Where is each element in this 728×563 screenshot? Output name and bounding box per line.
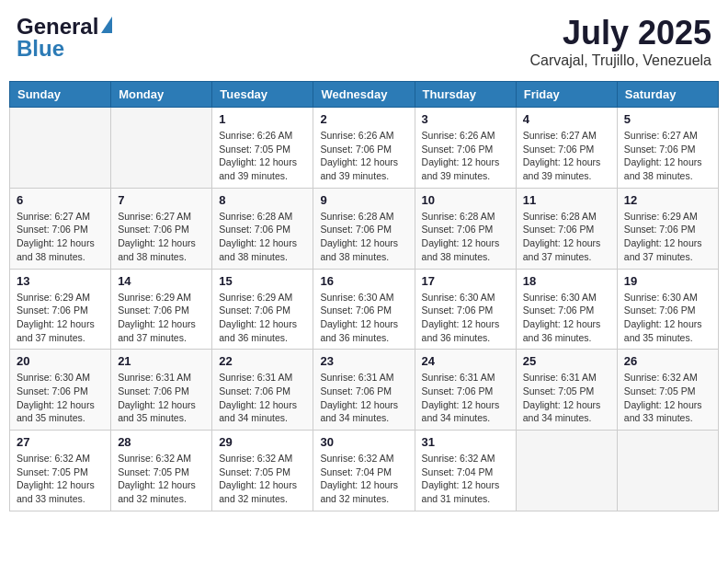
- day-info: Sunrise: 6:27 AMSunset: 7:06 PMDaylight:…: [118, 210, 205, 264]
- title-area: July 2025 Carvajal, Trujillo, Venezuela: [530, 14, 711, 69]
- day-info: Sunrise: 6:27 AMSunset: 7:06 PMDaylight:…: [624, 129, 711, 183]
- calendar-cell: 18Sunrise: 6:30 AMSunset: 7:06 PMDayligh…: [516, 269, 617, 350]
- day-number: 22: [219, 354, 306, 368]
- day-number: 26: [624, 354, 711, 368]
- calendar-cell: 10Sunrise: 6:28 AMSunset: 7:06 PMDayligh…: [415, 188, 516, 269]
- day-number: 18: [523, 274, 610, 288]
- day-info: Sunrise: 6:26 AMSunset: 7:06 PMDaylight:…: [422, 129, 509, 183]
- day-info: Sunrise: 6:30 AMSunset: 7:06 PMDaylight:…: [523, 291, 610, 345]
- day-number: 1: [219, 112, 306, 126]
- day-info: Sunrise: 6:31 AMSunset: 7:06 PMDaylight:…: [422, 371, 509, 425]
- calendar-cell: 12Sunrise: 6:29 AMSunset: 7:06 PMDayligh…: [617, 188, 718, 269]
- calendar-cell: 5Sunrise: 6:27 AMSunset: 7:06 PMDaylight…: [617, 108, 718, 189]
- calendar-cell: 14Sunrise: 6:29 AMSunset: 7:06 PMDayligh…: [111, 269, 212, 350]
- day-info: Sunrise: 6:31 AMSunset: 7:06 PMDaylight:…: [219, 371, 306, 425]
- calendar-subtitle: Carvajal, Trujillo, Venezuela: [530, 52, 711, 69]
- day-number: 24: [422, 354, 509, 368]
- day-number: 29: [219, 435, 306, 449]
- day-number: 31: [422, 435, 509, 449]
- day-info: Sunrise: 6:27 AMSunset: 7:06 PMDaylight:…: [17, 210, 104, 264]
- day-info: Sunrise: 6:32 AMSunset: 7:04 PMDaylight:…: [422, 452, 509, 506]
- day-number: 21: [118, 354, 205, 368]
- day-number: 13: [17, 274, 104, 288]
- day-info: Sunrise: 6:29 AMSunset: 7:06 PMDaylight:…: [17, 291, 104, 345]
- calendar-cell: [516, 431, 617, 511]
- day-info: Sunrise: 6:28 AMSunset: 7:06 PMDaylight:…: [523, 210, 610, 264]
- day-info: Sunrise: 6:28 AMSunset: 7:06 PMDaylight:…: [219, 210, 306, 264]
- weekday-header-saturday: Saturday: [617, 82, 718, 108]
- day-info: Sunrise: 6:29 AMSunset: 7:06 PMDaylight:…: [624, 210, 711, 264]
- day-info: Sunrise: 6:31 AMSunset: 7:06 PMDaylight:…: [320, 371, 407, 425]
- calendar-cell: 29Sunrise: 6:32 AMSunset: 7:05 PMDayligh…: [212, 431, 313, 511]
- day-number: 4: [523, 112, 610, 126]
- day-number: 20: [17, 354, 104, 368]
- day-number: 17: [422, 274, 509, 288]
- day-info: Sunrise: 6:27 AMSunset: 7:06 PMDaylight:…: [523, 129, 610, 183]
- day-number: 7: [118, 193, 205, 207]
- calendar-cell: 4Sunrise: 6:27 AMSunset: 7:06 PMDaylight…: [516, 108, 617, 189]
- logo-blue: Blue: [17, 36, 64, 62]
- day-info: Sunrise: 6:26 AMSunset: 7:06 PMDaylight:…: [320, 129, 407, 183]
- logo-triangle-icon: [101, 17, 112, 33]
- calendar-cell: 22Sunrise: 6:31 AMSunset: 7:06 PMDayligh…: [212, 350, 313, 431]
- week-row-4: 20Sunrise: 6:30 AMSunset: 7:06 PMDayligh…: [10, 350, 719, 431]
- calendar-cell: 23Sunrise: 6:31 AMSunset: 7:06 PMDayligh…: [313, 350, 415, 431]
- calendar-cell: 2Sunrise: 6:26 AMSunset: 7:06 PMDaylight…: [313, 108, 415, 189]
- calendar-cell: 6Sunrise: 6:27 AMSunset: 7:06 PMDaylight…: [10, 188, 111, 269]
- calendar-cell: 13Sunrise: 6:29 AMSunset: 7:06 PMDayligh…: [10, 269, 111, 350]
- day-number: 30: [320, 435, 407, 449]
- day-info: Sunrise: 6:30 AMSunset: 7:06 PMDaylight:…: [17, 371, 104, 425]
- calendar-cell: 8Sunrise: 6:28 AMSunset: 7:06 PMDaylight…: [212, 188, 313, 269]
- calendar-cell: 30Sunrise: 6:32 AMSunset: 7:04 PMDayligh…: [313, 431, 415, 511]
- day-number: 16: [320, 274, 407, 288]
- calendar-cell: 16Sunrise: 6:30 AMSunset: 7:06 PMDayligh…: [313, 269, 415, 350]
- calendar-cell: 3Sunrise: 6:26 AMSunset: 7:06 PMDaylight…: [415, 108, 516, 189]
- day-number: 25: [523, 354, 610, 368]
- calendar-cell: 7Sunrise: 6:27 AMSunset: 7:06 PMDaylight…: [111, 188, 212, 269]
- day-info: Sunrise: 6:28 AMSunset: 7:06 PMDaylight:…: [422, 210, 509, 264]
- calendar-cell: 9Sunrise: 6:28 AMSunset: 7:06 PMDaylight…: [313, 188, 415, 269]
- day-info: Sunrise: 6:26 AMSunset: 7:05 PMDaylight:…: [219, 129, 306, 183]
- calendar-cell: [617, 431, 718, 511]
- day-number: 2: [320, 112, 407, 126]
- day-info: Sunrise: 6:30 AMSunset: 7:06 PMDaylight:…: [422, 291, 509, 345]
- calendar-cell: 15Sunrise: 6:29 AMSunset: 7:06 PMDayligh…: [212, 269, 313, 350]
- day-info: Sunrise: 6:30 AMSunset: 7:06 PMDaylight:…: [320, 291, 407, 345]
- day-number: 11: [523, 193, 610, 207]
- calendar-cell: 27Sunrise: 6:32 AMSunset: 7:05 PMDayligh…: [10, 431, 111, 511]
- calendar-cell: [10, 108, 111, 189]
- calendar-cell: 11Sunrise: 6:28 AMSunset: 7:06 PMDayligh…: [516, 188, 617, 269]
- header: General Blue July 2025 Carvajal, Trujill…: [9, 9, 719, 74]
- day-number: 15: [219, 274, 306, 288]
- logo: General Blue: [17, 14, 112, 62]
- calendar-cell: 20Sunrise: 6:30 AMSunset: 7:06 PMDayligh…: [10, 350, 111, 431]
- day-info: Sunrise: 6:30 AMSunset: 7:06 PMDaylight:…: [624, 291, 711, 345]
- day-info: Sunrise: 6:31 AMSunset: 7:05 PMDaylight:…: [523, 371, 610, 425]
- day-info: Sunrise: 6:32 AMSunset: 7:05 PMDaylight:…: [17, 452, 104, 506]
- calendar-cell: 28Sunrise: 6:32 AMSunset: 7:05 PMDayligh…: [111, 431, 212, 511]
- calendar-cell: [111, 108, 212, 189]
- week-row-2: 6Sunrise: 6:27 AMSunset: 7:06 PMDaylight…: [10, 188, 719, 269]
- calendar-cell: 31Sunrise: 6:32 AMSunset: 7:04 PMDayligh…: [415, 431, 516, 511]
- weekday-header-sunday: Sunday: [10, 82, 111, 108]
- day-number: 3: [422, 112, 509, 126]
- day-number: 14: [118, 274, 205, 288]
- calendar-table: SundayMondayTuesdayWednesdayThursdayFrid…: [9, 81, 719, 511]
- day-number: 19: [624, 274, 711, 288]
- day-number: 27: [17, 435, 104, 449]
- day-number: 28: [118, 435, 205, 449]
- calendar-cell: 17Sunrise: 6:30 AMSunset: 7:06 PMDayligh…: [415, 269, 516, 350]
- day-number: 12: [624, 193, 711, 207]
- day-number: 5: [624, 112, 711, 126]
- calendar-cell: 1Sunrise: 6:26 AMSunset: 7:05 PMDaylight…: [212, 108, 313, 189]
- calendar-title: July 2025: [530, 14, 711, 52]
- calendar-cell: 25Sunrise: 6:31 AMSunset: 7:05 PMDayligh…: [516, 350, 617, 431]
- day-info: Sunrise: 6:32 AMSunset: 7:05 PMDaylight:…: [219, 452, 306, 506]
- day-info: Sunrise: 6:29 AMSunset: 7:06 PMDaylight:…: [219, 291, 306, 345]
- day-number: 10: [422, 193, 509, 207]
- weekday-header-thursday: Thursday: [415, 82, 516, 108]
- day-number: 8: [219, 193, 306, 207]
- day-info: Sunrise: 6:32 AMSunset: 7:05 PMDaylight:…: [118, 452, 205, 506]
- calendar-cell: 24Sunrise: 6:31 AMSunset: 7:06 PMDayligh…: [415, 350, 516, 431]
- weekday-header-wednesday: Wednesday: [313, 82, 415, 108]
